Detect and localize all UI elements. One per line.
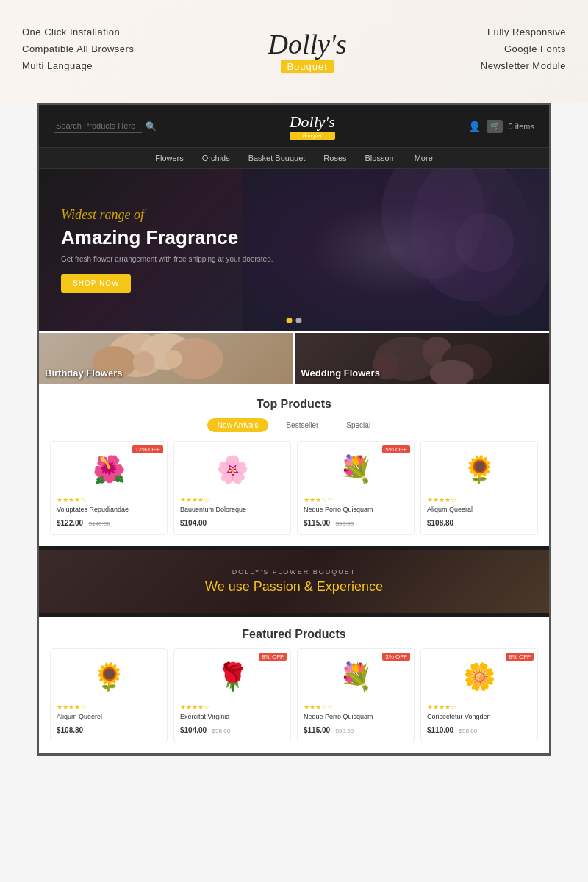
hero-subtitle: Get fresh flower arrangement with free s… bbox=[61, 255, 273, 263]
main-logo-sub: Bouquet bbox=[281, 60, 333, 74]
product-image-2: 🌸 bbox=[180, 448, 284, 492]
search-input[interactable] bbox=[54, 119, 142, 133]
flower-icon-1: 🌺 bbox=[93, 454, 126, 485]
hero-title: Amazing Fragrance bbox=[61, 226, 273, 249]
featured-product-1: 🌻 ★★★★☆ Aliqum Queerel $108.80 bbox=[50, 648, 168, 742]
featured-old-price-4: $98.00 bbox=[459, 728, 477, 734]
product-price-1: $122.00 $140.00 bbox=[57, 515, 161, 528]
tab-special[interactable]: Special bbox=[336, 418, 381, 432]
featured-stars-1: ★★★★☆ bbox=[57, 703, 161, 711]
product-old-price-1: $140.00 bbox=[89, 520, 110, 527]
featured-name-2: Exercitat Virginia bbox=[180, 713, 284, 720]
nav-more[interactable]: More bbox=[415, 154, 433, 162]
nav-roses[interactable]: Roses bbox=[323, 154, 346, 162]
featured-price-value-3: $115.00 bbox=[304, 726, 330, 734]
promo-item-2: Compatible All Browsers bbox=[22, 43, 134, 54]
featured-price-3: $115.00 $98.00 bbox=[304, 723, 408, 736]
passion-sub-label: DOLLY'S FLOWER BOUQUET bbox=[57, 568, 531, 576]
featured-price-value-2: $104.00 bbox=[180, 726, 207, 734]
featured-badge-3: 3% OFF bbox=[382, 653, 410, 661]
featured-badge-4: 8% OFF bbox=[506, 653, 534, 661]
nav-basket-bouquet[interactable]: Basket Bouquet bbox=[248, 154, 306, 162]
featured-badge-2: 8% OFF bbox=[259, 653, 287, 661]
promo-item-4: Fully Responsive bbox=[481, 26, 566, 37]
promo-left: One Click Installation Compatible All Br… bbox=[22, 26, 134, 77]
featured-product-2: 8% OFF 🌹 ★★★★☆ Exercitat Virginia $104.0… bbox=[173, 648, 291, 742]
wedding-flowers-banner[interactable]: Wedding Flowers bbox=[295, 333, 550, 384]
birthday-flowers-label: Birthday Flowers bbox=[45, 368, 122, 379]
birthday-flowers-banner[interactable]: Birthday Flowers bbox=[39, 333, 293, 384]
featured-name-4: Consectetur Vongden bbox=[427, 713, 531, 720]
store-logo-text: Dolly's bbox=[290, 112, 335, 131]
cart-icon[interactable]: 🛒 bbox=[487, 120, 503, 133]
flower-icon-2: 🌸 bbox=[216, 454, 249, 485]
featured-price-2: $104.00 $98.00 bbox=[180, 723, 284, 736]
product-name-1: Voluptates Repudiandae bbox=[57, 506, 161, 513]
product-image-4: 🌻 bbox=[427, 448, 531, 492]
product-name-4: Aliqum Queeral bbox=[427, 506, 531, 513]
product-stars-3: ★★★☆☆ bbox=[304, 496, 408, 503]
featured-image-1: 🌻 bbox=[57, 655, 161, 699]
hero-content: Widest range of Amazing Fragrance Get fr… bbox=[39, 185, 295, 315]
passion-title: We use Passion & Experience bbox=[57, 579, 531, 595]
store-header: 🔍 Dolly's Bouquet 👤 🛒 0 items bbox=[39, 105, 549, 148]
featured-flower-icon-2: 🌹 bbox=[216, 662, 249, 692]
top-products-grid: 12% OFF 🌺 ★★★★☆ Voluptates Repudiandae $… bbox=[50, 441, 538, 535]
featured-price-value-1: $108.80 bbox=[57, 726, 83, 734]
product-price-value-2: $104.00 bbox=[180, 519, 207, 527]
nav-orchids[interactable]: Orchids bbox=[202, 154, 230, 162]
flower-icon-4: 🌻 bbox=[463, 454, 496, 485]
product-price-value-1: $122.00 bbox=[57, 519, 83, 527]
product-badge-3: 5% OFF bbox=[382, 445, 410, 453]
hero-dots bbox=[287, 318, 302, 323]
search-icon[interactable]: 🔍 bbox=[146, 121, 157, 132]
featured-products-section: Featured Products 🌻 ★★★★☆ Aliqum Queerel… bbox=[39, 617, 549, 753]
store-mockup: 🔍 Dolly's Bouquet 👤 🛒 0 items Flowers Or… bbox=[37, 103, 551, 756]
featured-product-3: 3% OFF 💐 ★★★☆☆ Neque Porro Quisquam $115… bbox=[297, 648, 415, 742]
product-tabs: Now Arrivals Bestseller Special bbox=[50, 418, 538, 432]
featured-flower-icon-1: 🌻 bbox=[93, 662, 126, 692]
featured-old-price-3: $98.00 bbox=[336, 728, 354, 734]
product-badge-1: 12% OFF bbox=[132, 445, 163, 453]
search-area[interactable]: 🔍 bbox=[54, 119, 157, 133]
product-image-1: 🌺 bbox=[57, 448, 161, 492]
featured-old-price-2: $98.00 bbox=[212, 728, 230, 734]
cart-area[interactable]: 👤 🛒 0 items bbox=[468, 120, 534, 133]
product-name-2: Bauuentum Doloreque bbox=[180, 506, 284, 513]
featured-flower-icon-4: 🌼 bbox=[463, 662, 496, 692]
main-logo-text: Dolly's bbox=[268, 30, 346, 58]
flower-icon-3: 💐 bbox=[340, 454, 373, 485]
featured-price-1: $108.80 bbox=[57, 723, 161, 736]
featured-image-2: 🌹 bbox=[180, 655, 284, 699]
promo-item-6: Newsletter Module bbox=[481, 60, 566, 71]
promo-item-3: Multi Language bbox=[22, 60, 134, 71]
promo-right: Fully Responsive Google Fonts Newsletter… bbox=[481, 26, 566, 77]
featured-stars-3: ★★★☆☆ bbox=[304, 703, 408, 711]
product-image-3: 💐 bbox=[304, 448, 408, 492]
featured-price-4: $110.00 $98.00 bbox=[427, 723, 531, 736]
hero-dot-2[interactable] bbox=[296, 318, 302, 323]
hero-banner: Widest range of Amazing Fragrance Get fr… bbox=[39, 169, 549, 331]
top-product-1: 12% OFF 🌺 ★★★★☆ Voluptates Repudiandae $… bbox=[50, 441, 168, 535]
product-price-4: $108.80 bbox=[427, 515, 531, 528]
store-nav: Flowers Orchids Basket Bouquet Roses Blo… bbox=[39, 148, 549, 169]
tab-bestseller[interactable]: Bestseller bbox=[276, 418, 329, 432]
tab-now-arrivals[interactable]: Now Arrivals bbox=[207, 418, 269, 432]
passion-title-amp: & bbox=[304, 579, 317, 594]
featured-image-4: 🌼 bbox=[427, 655, 531, 699]
featured-price-value-4: $110.00 bbox=[427, 726, 453, 734]
nav-flowers[interactable]: Flowers bbox=[155, 154, 184, 162]
promo-item-5: Google Fonts bbox=[481, 43, 566, 54]
shop-now-button[interactable]: SHOP NOW bbox=[61, 274, 131, 293]
product-stars-4: ★★★★☆ bbox=[427, 496, 531, 503]
featured-stars-2: ★★★★☆ bbox=[180, 703, 284, 711]
featured-image-3: 💐 bbox=[304, 655, 408, 699]
top-product-2: 🌸 ★★★★☆ Bauuentum Doloreque $104.00 bbox=[173, 441, 291, 535]
top-product-4: 🌻 ★★★★☆ Aliqum Queeral $108.80 bbox=[420, 441, 538, 535]
product-stars-2: ★★★★☆ bbox=[180, 496, 284, 503]
hero-dot-1[interactable] bbox=[287, 318, 293, 323]
passion-banner: DOLLY'S FLOWER BOUQUET We use Passion & … bbox=[39, 550, 549, 613]
nav-blossom[interactable]: Blossom bbox=[365, 154, 396, 162]
product-price-value-4: $108.80 bbox=[427, 519, 453, 527]
store-logo: Dolly's Bouquet bbox=[290, 112, 335, 140]
